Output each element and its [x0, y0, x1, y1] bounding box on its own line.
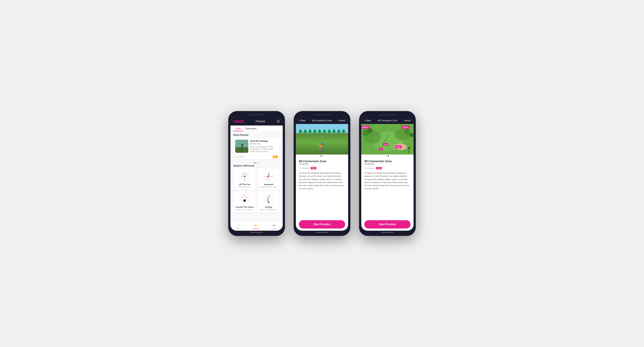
- svg-text:ROUGH: ROUGH: [403, 127, 408, 128]
- svg-point-62: [409, 133, 414, 137]
- phone-2-screen: < Back 6ft Conversion Zone Cancel 🏌️ 6ft…: [296, 117, 348, 231]
- home-indicator-3: [381, 232, 394, 233]
- arg-tag: ARG: [311, 167, 316, 169]
- img-dot-1: [320, 155, 322, 156]
- drill-card-inner: Find The Fairway Off The Tee ♡ Create an…: [234, 138, 280, 155]
- drill-image: 🏌️: [296, 124, 348, 155]
- back-button-3[interactable]: < Back: [364, 119, 371, 122]
- svg-line-46: [242, 197, 242, 200]
- img-dot-2: [322, 155, 324, 156]
- detail-header-title: 6ft Conversion Zone: [312, 119, 332, 122]
- drill-description: Create an imaginary fairway using trees …: [250, 146, 278, 153]
- featured-drill-card[interactable]: Find The Fairway Off The Tee ♡ Create an…: [234, 138, 280, 159]
- drill-info: Find The Fairway Off The Tee ♡ Create an…: [250, 140, 278, 153]
- svg-text:Hit: Hit: [380, 149, 382, 150]
- activities-label: Activities: [252, 228, 260, 230]
- clock-icon-2: ⏱: [299, 167, 301, 169]
- menu-icon[interactable]: ☰: [277, 120, 280, 123]
- golfer-silhouette: 🏌️: [316, 142, 328, 152]
- approach-name: Approach: [259, 183, 278, 185]
- phone-3: < Back 6ft Conversion Zone Cancel: [359, 111, 416, 236]
- start-practice-button[interactable]: Start Practice: [299, 220, 345, 228]
- svg-point-37: [243, 199, 246, 202]
- detail-drill-title-3: 6ft Conversion Zone: [364, 160, 392, 163]
- svg-point-21: [246, 174, 248, 174]
- svg-point-35: [268, 176, 269, 177]
- atg-name: Around The Green: [235, 206, 254, 208]
- phone-1-screen: clippd Practice ☰ Drills Favourites Most…: [230, 117, 283, 231]
- svg-point-31: [268, 179, 269, 180]
- skill-card-atg[interactable]: Around The Green Hone your short game: [234, 191, 256, 212]
- svg-point-3: [241, 144, 243, 145]
- svg-line-18: [242, 177, 244, 179]
- detail-drill-range: 10-50 yds: [299, 163, 326, 165]
- ott-name: Off The Tee: [235, 183, 254, 185]
- detail-meta: ⏱ 20 shots ARG: [299, 167, 345, 169]
- svg-point-51: [268, 202, 269, 203]
- svg-point-50: [268, 200, 269, 201]
- svg-point-73: [408, 147, 410, 149]
- svg-point-20: [242, 174, 243, 174]
- tabs-bar: Drills Favourites: [230, 126, 283, 131]
- cancel-button[interactable]: Cancel: [338, 119, 345, 122]
- svg-point-48: [269, 195, 270, 196]
- cancel-button-3[interactable]: Cancel: [404, 119, 410, 122]
- ott-icon: [239, 171, 250, 182]
- nav-home[interactable]: ⌂ Home: [236, 223, 241, 230]
- nav-capture[interactable]: ⊕ Capture: [271, 223, 277, 230]
- svg-point-49: [268, 197, 268, 198]
- tab-drills[interactable]: Drills: [234, 126, 243, 131]
- svg-point-32: [265, 176, 266, 177]
- arg-tag-3: ARG: [376, 167, 382, 169]
- detail-meta-3: ⏱ 20 shots ARG: [364, 167, 410, 169]
- capture-icon: ⊕: [272, 223, 275, 227]
- dot-1: [254, 162, 255, 163]
- image-dots: [296, 155, 348, 157]
- svg-line-44: [247, 197, 248, 200]
- back-button[interactable]: < Back: [299, 119, 306, 122]
- header-title: Practice: [256, 120, 265, 123]
- svg-point-22: [241, 176, 242, 177]
- detail-drill-header-3: 6ft Conversion Zone 10-50 yds ♡: [364, 160, 410, 166]
- svg-line-45: [242, 196, 244, 197]
- tab-favourites[interactable]: Favourites: [243, 126, 258, 131]
- phone2-content: 6ft Conversion Zone 10-50 yds ♡ ⏱ 20 sho…: [296, 157, 348, 218]
- skill-card-ott[interactable]: Off The Tee Power accuracy: [234, 169, 256, 190]
- skill-grid: Off The Tee Power accuracy: [234, 169, 280, 212]
- svg-point-52: [270, 197, 272, 198]
- start-practice-button-3[interactable]: Start Practice: [364, 220, 410, 228]
- putting-name: Putting: [259, 206, 278, 208]
- svg-point-19: [244, 173, 245, 174]
- img-dot-3-2: [388, 155, 389, 156]
- explore-title: Explore skill areas: [234, 164, 280, 167]
- drill-subtitle: Off The Tee: [250, 143, 268, 145]
- detail-description-3: 20 shots are randomly generated at dista…: [364, 172, 410, 190]
- favourite-icon[interactable]: ♡: [276, 140, 278, 145]
- phone3-header: < Back 6ft Conversion Zone Cancel: [361, 117, 414, 124]
- favourite-icon-2[interactable]: ♡: [342, 160, 345, 163]
- clock-icon: ⏱: [235, 156, 237, 158]
- svg-line-16: [245, 177, 247, 179]
- capture-label: Capture: [271, 228, 277, 230]
- detail-drill-title: 6ft Conversion Zone: [299, 160, 326, 163]
- skill-card-approach[interactable]: Approach Dial-in to hit the green: [258, 169, 280, 190]
- phone-notch-2: [313, 114, 331, 115]
- svg-text:Miss: Miss: [384, 144, 388, 145]
- detail-shots: ⏱ 20 shots: [299, 167, 309, 169]
- skill-card-putting[interactable]: Putting Make and lag practice: [258, 191, 280, 212]
- carousel-dots: [234, 162, 280, 164]
- detail-description: 20 shots are randomly generated at dista…: [299, 172, 345, 190]
- image-dots-3: [361, 155, 414, 157]
- svg-point-23: [244, 179, 245, 180]
- nav-activities[interactable]: ⚡ Activities: [252, 223, 260, 230]
- svg-point-34: [269, 174, 270, 175]
- drill-title: Find The Fairway: [250, 140, 268, 143]
- aerial-map: FAIRWAY ROUGH SAND Hit Miss: [361, 124, 414, 155]
- svg-point-61: [404, 129, 410, 134]
- favourite-icon-3[interactable]: ♡: [408, 160, 410, 163]
- home-indicator: [250, 232, 263, 233]
- svg-text:SAND: SAND: [396, 146, 400, 148]
- phone1-content: Most Popular: [230, 131, 283, 221]
- putting-icon: [263, 194, 274, 204]
- phone-notch: [248, 114, 265, 115]
